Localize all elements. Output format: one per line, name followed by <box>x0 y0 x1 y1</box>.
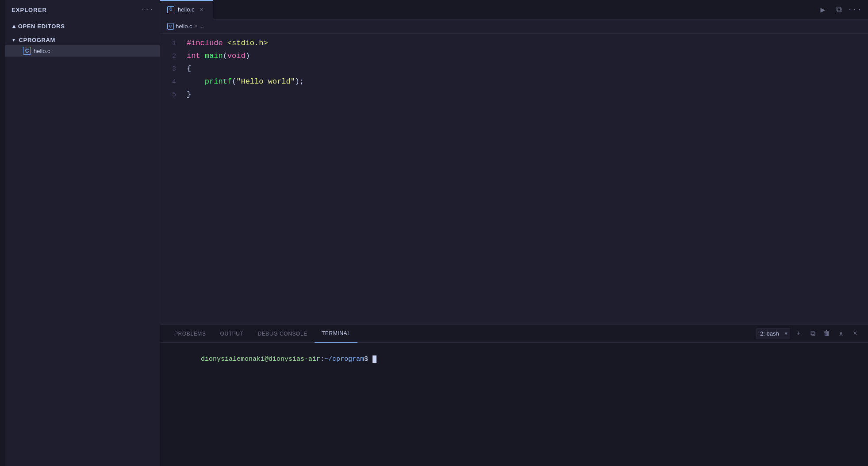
tab-bar: C hello.c × ▶ ⧉ ··· <box>160 0 868 19</box>
terminal-cursor <box>373 355 376 363</box>
activity-bar <box>0 0 5 466</box>
breadcrumb-c-icon: C <box>167 23 174 30</box>
cprogram-label: CPROGRAM <box>19 37 55 43</box>
line-number-5: 5 <box>160 89 187 101</box>
cprogram-section: ▼ CPROGRAM C hello.c <box>5 33 160 58</box>
tab-close-button[interactable]: × <box>200 6 204 13</box>
sidebar-header: EXPLORER ··· <box>5 0 160 19</box>
line-content-5: } <box>187 88 191 101</box>
breadcrumb-file[interactable]: hello.c <box>176 23 192 30</box>
line-content-3: { <box>187 63 191 75</box>
split-terminal-button[interactable]: ⧉ <box>807 328 818 340</box>
code-area: 1 #include <stdio.h> 2 int main(void) 3 … <box>160 34 868 325</box>
bottom-panel: PROBLEMS OUTPUT DEBUG CONSOLE TERMINAL 2… <box>160 325 868 466</box>
file-item-hello-c[interactable]: C hello.c <box>5 45 160 57</box>
line-content-4: printf("Hello world"); <box>187 76 304 88</box>
panel-tab-bar: PROBLEMS OUTPUT DEBUG CONSOLE TERMINAL 2… <box>160 325 868 343</box>
terminal-content[interactable]: dionysialemonaki@dionysias-air:~/cprogra… <box>160 343 868 466</box>
cprogram-chevron: ▼ <box>12 38 16 42</box>
line-number-4: 4 <box>160 76 187 88</box>
file-label: hello.c <box>34 48 50 54</box>
more-actions-button[interactable]: ··· <box>849 4 861 16</box>
tab-c-icon: C <box>167 6 174 13</box>
sidebar-title: EXPLORER <box>12 7 47 13</box>
terminal-select[interactable]: 2: bash 1: bash <box>756 328 790 339</box>
tab-label: hello.c <box>178 6 195 13</box>
tab-output[interactable]: OUTPUT <box>213 325 251 343</box>
run-button[interactable]: ▶ <box>817 4 829 16</box>
code-line-5: 5 } <box>160 88 868 101</box>
panel-tab-right: 2: bash 1: bash ▼ + ⧉ 🗑 ∧ × <box>756 328 861 340</box>
main-area: C hello.c × ▶ ⧉ ··· C hello.c > ... 1 #i… <box>160 0 868 466</box>
delete-terminal-button[interactable]: 🗑 <box>821 328 833 340</box>
line-content-1: #include <stdio.h> <box>187 37 268 50</box>
prompt-dollar: $ <box>364 355 372 363</box>
prompt-user: dionysialemonaki <box>201 355 265 363</box>
sidebar-more-button[interactable]: ··· <box>141 6 154 14</box>
cprogram-header[interactable]: ▼ CPROGRAM <box>5 35 160 45</box>
code-editor[interactable]: 1 #include <stdio.h> 2 int main(void) 3 … <box>160 34 868 325</box>
prompt-path: ~/cprogram <box>324 355 364 363</box>
code-line-1: 1 #include <stdio.h> <box>160 37 868 50</box>
close-panel-button[interactable]: × <box>849 328 861 340</box>
open-editors-chevron: ▶ <box>11 24 16 28</box>
breadcrumb-separator: > <box>194 23 198 30</box>
file-c-icon: C <box>23 47 31 55</box>
breadcrumb: C hello.c > ... <box>160 19 868 34</box>
code-line-4: 4 printf("Hello world"); <box>160 76 868 88</box>
terminal-select-wrapper: 2: bash 1: bash ▼ <box>756 328 790 339</box>
prompt-hostname: dionysias-air <box>269 355 320 363</box>
sidebar: EXPLORER ··· ▶ OPEN EDITORS ▼ CPROGRAM C… <box>5 0 160 466</box>
code-line-2: 2 int main(void) <box>160 50 868 63</box>
maximize-panel-button[interactable]: ∧ <box>835 328 847 340</box>
breadcrumb-more[interactable]: ... <box>199 23 204 30</box>
prompt-at: @ <box>265 355 269 363</box>
toolbar-right: ▶ ⧉ ··· <box>817 4 868 16</box>
terminal-prompt: dionysialemonaki@dionysias-air:~/cprogra… <box>169 348 859 371</box>
line-number-3: 3 <box>160 63 187 76</box>
open-editors-label: OPEN EDITORS <box>18 23 65 30</box>
new-terminal-button[interactable]: + <box>793 328 804 340</box>
line-number-1: 1 <box>160 38 187 50</box>
open-editors-section: ▶ OPEN EDITORS <box>5 19 160 33</box>
tab-terminal[interactable]: TERMINAL <box>315 325 357 343</box>
split-editor-button[interactable]: ⧉ <box>833 4 845 16</box>
open-editors-header[interactable]: ▶ OPEN EDITORS <box>5 21 160 31</box>
prompt-colon: : <box>320 355 324 363</box>
line-number-2: 2 <box>160 50 187 63</box>
code-line-3: 3 { <box>160 63 868 76</box>
tab-problems[interactable]: PROBLEMS <box>167 325 213 343</box>
tab-hello-c[interactable]: C hello.c × <box>160 0 213 19</box>
tab-debug-console[interactable]: DEBUG CONSOLE <box>250 325 315 343</box>
line-content-2: int main(void) <box>187 50 250 62</box>
